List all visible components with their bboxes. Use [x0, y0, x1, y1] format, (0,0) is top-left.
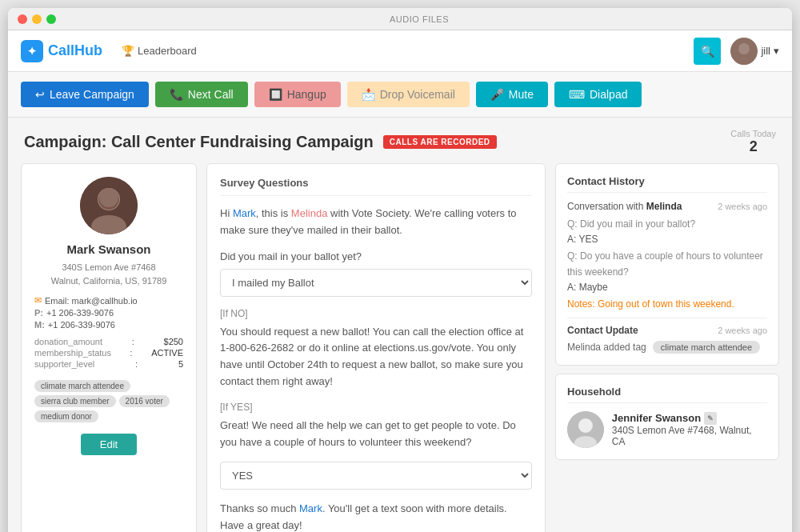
contact-avatar — [80, 177, 138, 234]
contact-email: Email: mark@callhub.io — [45, 296, 138, 306]
leave-campaign-button[interactable]: ↩ Leave Campaign — [21, 82, 149, 107]
contact-mobile: +1 206-339-9076 — [48, 320, 115, 330]
contact-panel: Mark Swanson 340S Lemon Ave #7468 Walnut… — [21, 163, 197, 532]
contact-update-label: Contact Update — [567, 325, 638, 336]
colon1: : — [132, 337, 134, 346]
household-card: Household Jennifer Swanson — [555, 374, 779, 460]
contact-email-field: ✉ Email: mark@callhub.io — [34, 295, 183, 306]
calls-today: Calls Today 2 — [730, 129, 776, 155]
hangup-label: Hangup — [287, 88, 326, 101]
phone-label: P: — [34, 308, 43, 318]
history-person: Conversation with Melinda — [567, 201, 682, 212]
phone-icon: 📞 — [170, 88, 183, 101]
maximize-dot[interactable] — [46, 14, 56, 24]
survey-no-text: You should request a new ballot! You can… — [220, 324, 532, 390]
history-divider — [567, 318, 767, 318]
attr-supporter-key: supporter_level — [34, 359, 94, 369]
search-icon: 🔍 — [701, 45, 714, 58]
mute-label: Mute — [509, 88, 534, 101]
household-title: Household — [567, 386, 767, 403]
leave-campaign-label: Leave Campaign — [50, 88, 134, 101]
history-entry-header: Conversation with Melinda 2 weeks ago — [567, 201, 767, 212]
closing-mark: Mark — [299, 502, 322, 514]
q1: Q: Do you have a couple of hours to volu… — [567, 250, 763, 277]
logo-text: CallHub — [48, 42, 102, 59]
household-edit-icon[interactable]: ✎ — [704, 412, 717, 425]
campaign-header: Campaign: Call Center Fundraising Campai… — [8, 118, 792, 163]
dropdown-icon: ▾ — [774, 45, 779, 57]
history-qa-0: Q: Did you mail in your ballot? A: YES — [567, 217, 767, 247]
user-menu[interactable]: jill ▾ — [730, 38, 779, 65]
campaign-title: Campaign: Call Center Fundraising Campai… — [24, 133, 374, 151]
colon3: : — [135, 359, 138, 369]
attr-membership-key: membership_status — [34, 348, 111, 358]
attr-supporter-val: 5 — [178, 359, 183, 369]
svg-point-1 — [735, 56, 753, 65]
search-button[interactable]: 🔍 — [694, 38, 721, 65]
address-line2: Walnut, California, US, 91789 — [51, 276, 167, 286]
q0: Q: Did you mail in your ballot? — [567, 218, 695, 230]
survey-select2[interactable]: YES NO Maybe — [220, 462, 532, 490]
history-time: 2 weeks ago — [718, 202, 767, 211]
survey-closing: Thanks so much Mark. You'll get a text s… — [220, 501, 532, 532]
contact-mobile-field: M: +1 206-339-9076 — [34, 320, 183, 330]
a0: A: YES — [567, 234, 598, 245]
svg-point-0 — [738, 43, 750, 54]
minimize-dot[interactable] — [32, 14, 42, 24]
contact-phone: +1 206-339-9076 — [46, 308, 114, 318]
contact-history-title: Contact History — [567, 175, 767, 193]
edit-button[interactable]: Edit — [81, 434, 137, 455]
columns: Mark Swanson 340S Lemon Ave #7468 Walnut… — [8, 163, 792, 532]
household-info: Jennifer Swanson ✎ 340S Lemon Ave #7468,… — [612, 412, 767, 447]
attr-membership-val: ACTIVE — [151, 348, 183, 358]
tag-0: climate march attendee — [34, 380, 130, 392]
survey-yes-text: Great! We need all the help we can get t… — [220, 418, 532, 451]
a1: A: Maybe — [567, 282, 608, 293]
history-panel: Contact History Conversation with Melind… — [555, 163, 779, 532]
household-member-name: Jennifer Swanson ✎ — [612, 412, 767, 425]
svg-point-6 — [99, 188, 118, 207]
survey-panel: Survey Questions Hi Mark, this is Melind… — [206, 163, 546, 532]
leave-icon: ↩ — [35, 88, 45, 101]
attr-donation-key: donation_amount — [34, 337, 102, 346]
hangup-icon: 🔲 — [269, 88, 282, 101]
voicemail-icon: 📩 — [362, 88, 375, 101]
toolbar: ↩ Leave Campaign 📞 Next Call 🔲 Hangup 📩 … — [8, 72, 792, 118]
calls-today-count: 2 — [730, 138, 776, 155]
contact-update-header: Contact Update 2 weeks ago — [567, 325, 767, 336]
leaderboard-link[interactable]: 🏆 Leaderboard — [122, 45, 197, 57]
survey-select1[interactable]: I mailed my Ballot Not yet I don't know — [220, 269, 532, 297]
user-name: jill — [761, 45, 770, 57]
contact-tags: climate march attendee sierra club membe… — [34, 380, 183, 422]
contact-name: Mark Swanson — [66, 242, 150, 256]
drop-voicemail-button[interactable]: 📩 Drop Voicemail — [347, 82, 470, 107]
tag-2: 2016 voter — [119, 395, 170, 407]
attr-donation: donation_amount : $250 — [34, 337, 183, 346]
mute-button[interactable]: 🎤 Mute — [476, 82, 548, 107]
contact-address: 340S Lemon Ave #7468 Walnut, California,… — [51, 261, 167, 287]
address-line1: 340S Lemon Ave #7468 — [62, 262, 155, 272]
avatar — [730, 38, 758, 65]
mic-icon: 🎤 — [490, 88, 504, 101]
history-entry-0: Conversation with Melinda 2 weeks ago Q:… — [567, 201, 767, 310]
hangup-button[interactable]: 🔲 Hangup — [254, 82, 341, 107]
member-name-text: Jennifer Swanson — [612, 412, 701, 424]
intro-melinda: Melinda — [291, 207, 328, 219]
tag-1: sierra club member — [34, 395, 116, 407]
household-member-address: 340S Lemon Ave #7468, Walnut, CA — [612, 425, 767, 447]
trophy-icon: 🏆 — [122, 45, 134, 57]
navbar: ✦ CallHub 🏆 Leaderboard 🔍 jill ▾ — [8, 30, 792, 72]
attr-donation-val: $250 — [164, 337, 183, 346]
svg-point-8 — [578, 418, 593, 433]
contact-history-card: Contact History Conversation with Melind… — [555, 163, 779, 366]
leaderboard-label: Leaderboard — [138, 45, 197, 57]
dialpad-button[interactable]: ⌨ Dialpad — [554, 82, 642, 107]
titlebar-dots — [18, 14, 56, 24]
attr-membership: membership_status : ACTIVE — [34, 348, 183, 358]
next-call-button[interactable]: 📞 Next Call — [155, 82, 248, 107]
mobile-label: M: — [34, 320, 45, 330]
dialpad-label: Dialpad — [590, 88, 627, 101]
condition-yes: [If YES] — [220, 402, 532, 413]
close-dot[interactable] — [18, 14, 27, 24]
logo[interactable]: ✦ CallHub — [21, 40, 102, 62]
